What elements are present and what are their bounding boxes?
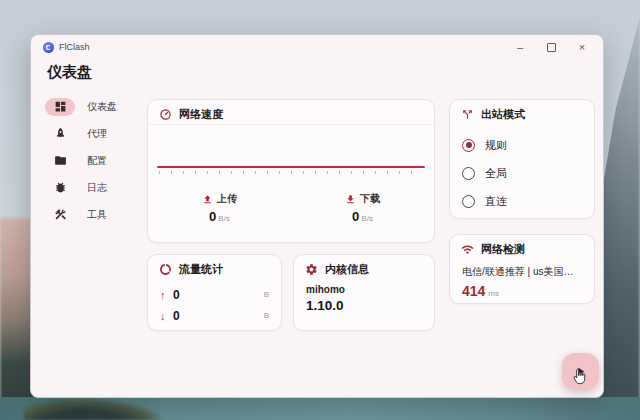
sidebar-item-label: 代理 — [87, 127, 107, 141]
call-split-icon — [461, 108, 474, 121]
mode-option-label: 规则 — [485, 138, 507, 153]
radio-selected-icon — [462, 139, 475, 152]
mode-option-direct[interactable]: 直连 — [462, 187, 582, 215]
card-title: 内核信息 — [325, 262, 369, 277]
outbound-mode-header: 出站模式 — [450, 100, 594, 127]
upload-stat: 上传 0B/s — [148, 192, 291, 224]
speed-chart-ticks — [159, 171, 423, 174]
maximize-icon — [547, 43, 556, 52]
traffic-down-value: 0 — [173, 309, 180, 323]
sidebar-item-profiles[interactable]: 配置 — [45, 147, 137, 174]
network-speed-card: 网络速度 上传 0B/s 下载 — [147, 99, 435, 243]
upload-label: 上传 — [217, 192, 237, 206]
sidebar: 仪表盘 代理 配置 日志 — [45, 93, 137, 228]
dashboard-icon — [45, 98, 75, 116]
sidebar-item-label: 日志 — [87, 181, 107, 195]
folder-icon — [45, 152, 75, 170]
traffic-down-row: ↓ 0 B — [160, 305, 269, 326]
core-name: mihomo — [294, 282, 434, 295]
minimize-icon: – — [517, 41, 523, 53]
sidebar-item-tools[interactable]: 工具 — [45, 201, 137, 228]
data-usage-icon — [159, 263, 172, 276]
tools-icon — [45, 206, 75, 224]
traffic-down-unit: B — [264, 311, 269, 320]
mode-radio-group: 规则 全局 直连 — [450, 127, 594, 215]
card-title: 网络检测 — [481, 242, 525, 257]
latency-unit: ms — [488, 289, 499, 298]
gear-icon — [305, 263, 318, 276]
sidebar-item-dashboard[interactable]: 仪表盘 — [45, 93, 137, 120]
wifi-icon — [461, 243, 474, 256]
rocket-icon — [45, 125, 75, 143]
download-label: 下载 — [360, 192, 380, 206]
card-title: 网络速度 — [179, 107, 223, 122]
speed-chart — [157, 130, 425, 178]
app-window: FlClash – × 仪表盘 仪表盘 — [30, 34, 604, 398]
test-latency: 414 ms — [450, 279, 594, 299]
upload-value: 0 — [209, 209, 216, 224]
wallpaper-rock — [24, 398, 164, 420]
network-speed-header: 网络速度 — [148, 100, 434, 127]
close-button[interactable]: × — [573, 39, 591, 55]
bug-icon — [45, 179, 75, 197]
start-proxy-button[interactable] — [562, 353, 599, 390]
page-title: 仪表盘 — [47, 63, 92, 82]
traffic-rows: ↑ 0 B ↓ 0 B — [148, 282, 281, 326]
outbound-mode-card: 出站模式 规则 全局 直连 — [449, 99, 595, 219]
minimize-button[interactable]: – — [511, 39, 529, 55]
mode-option-label: 直连 — [485, 194, 507, 209]
network-test-card[interactable]: 网络检测 电信/联通推荐 | us美国洛杉... 414 ms — [449, 234, 595, 304]
test-node-name: 电信/联通推荐 | us美国洛杉... — [450, 262, 594, 279]
mode-option-label: 全局 — [485, 166, 507, 181]
up-arrow-icon: ↑ — [160, 289, 173, 301]
sidebar-item-proxy[interactable]: 代理 — [45, 120, 137, 147]
speed-stats: 上传 0B/s 下载 0B/s — [148, 192, 434, 224]
play-icon — [574, 365, 587, 378]
traffic-up-unit: B — [264, 290, 269, 299]
app-logo-icon — [43, 42, 54, 53]
mode-option-global[interactable]: 全局 — [462, 159, 582, 187]
traffic-up-value: 0 — [173, 288, 180, 302]
speedometer-icon — [159, 108, 172, 121]
radio-unselected-icon — [462, 167, 475, 180]
app-title: FlClash — [59, 42, 90, 52]
upload-unit: B/s — [218, 214, 230, 223]
down-arrow-icon: ↓ — [160, 310, 173, 322]
download-stat: 下载 0B/s — [291, 192, 434, 224]
sidebar-item-label: 配置 — [87, 154, 107, 168]
speed-chart-line — [157, 166, 425, 168]
card-title: 出站模式 — [481, 107, 525, 122]
maximize-button[interactable] — [542, 39, 560, 55]
mode-option-rule[interactable]: 规则 — [462, 131, 582, 159]
close-icon: × — [579, 41, 585, 53]
core-version: 1.10.0 — [294, 295, 434, 313]
traffic-up-row: ↑ 0 B — [160, 284, 269, 305]
traffic-stats-card: 流量统计 ↑ 0 B ↓ 0 B — [147, 254, 282, 331]
download-icon — [345, 194, 356, 205]
latency-value: 414 — [462, 283, 485, 299]
download-value: 0 — [352, 209, 359, 224]
radio-unselected-icon — [462, 195, 475, 208]
card-title: 流量统计 — [179, 262, 223, 277]
desktop: FlClash – × 仪表盘 仪表盘 — [0, 0, 640, 420]
network-test-header: 网络检测 — [450, 235, 594, 262]
sidebar-item-logs[interactable]: 日志 — [45, 174, 137, 201]
sidebar-item-label: 仪表盘 — [87, 100, 117, 114]
sidebar-item-label: 工具 — [87, 208, 107, 222]
upload-icon — [202, 194, 213, 205]
core-info-card: 内核信息 mihomo 1.10.0 — [293, 254, 435, 331]
window-controls: – × — [511, 39, 591, 55]
titlebar[interactable]: FlClash – × — [31, 35, 603, 59]
divider — [148, 124, 434, 125]
traffic-stats-header: 流量统计 — [148, 255, 281, 282]
core-info-header: 内核信息 — [294, 255, 434, 282]
download-unit: B/s — [361, 214, 373, 223]
